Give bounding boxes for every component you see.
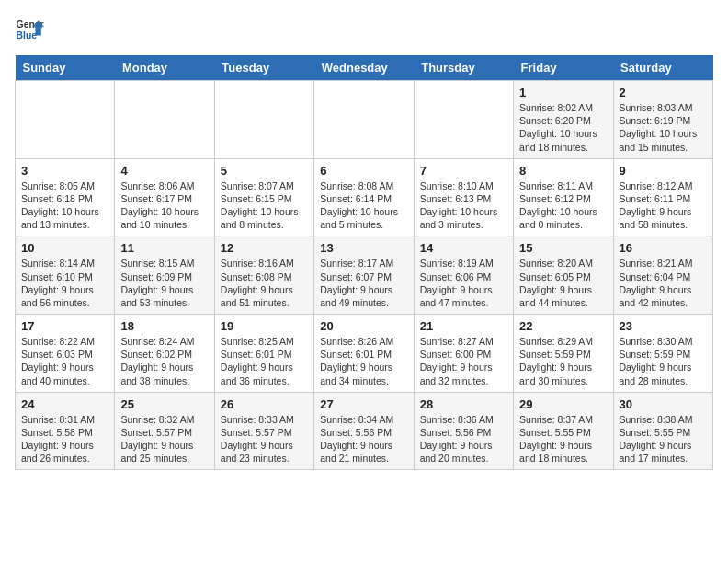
day-cell: 24Sunrise: 8:31 AMSunset: 5:58 PMDayligh…	[16, 392, 115, 470]
day-number: 10	[21, 241, 108, 255]
day-number: 2	[620, 86, 707, 99]
day-cell: 2Sunrise: 8:03 AMSunset: 6:19 PMDaylight…	[613, 81, 712, 159]
day-number: 23	[620, 319, 707, 333]
day-cell	[115, 81, 214, 159]
logo: General Blue	[15, 15, 48, 44]
day-cell: 4Sunrise: 8:06 AMSunset: 6:17 PMDaylight…	[115, 158, 214, 236]
day-cell: 27Sunrise: 8:34 AMSunset: 5:56 PMDayligh…	[314, 392, 414, 470]
day-cell: 6Sunrise: 8:08 AMSunset: 6:14 PMDaylight…	[314, 158, 414, 236]
day-number: 3	[21, 164, 108, 178]
day-number: 27	[320, 397, 407, 411]
day-info: Sunrise: 8:19 AMSunset: 6:06 PMDaylight:…	[420, 257, 507, 309]
day-number: 17	[21, 319, 108, 333]
day-cell: 12Sunrise: 8:16 AMSunset: 6:08 PMDayligh…	[214, 236, 313, 315]
day-info: Sunrise: 8:26 AMSunset: 6:01 PMDaylight:…	[320, 335, 407, 387]
col-header-monday: Monday	[115, 55, 214, 81]
day-info: Sunrise: 8:02 AMSunset: 6:20 PMDaylight:…	[519, 101, 607, 154]
day-info: Sunrise: 8:20 AMSunset: 6:05 PMDaylight:…	[519, 257, 607, 309]
day-number: 9	[620, 164, 707, 178]
day-cell: 14Sunrise: 8:19 AMSunset: 6:06 PMDayligh…	[414, 236, 513, 315]
day-info: Sunrise: 8:29 AMSunset: 5:59 PMDaylight:…	[519, 335, 607, 387]
calendar-header-row: SundayMondayTuesdayWednesdayThursdayFrid…	[16, 55, 713, 81]
day-info: Sunrise: 8:03 AMSunset: 6:19 PMDaylight:…	[620, 101, 707, 154]
page-header: General Blue	[15, 15, 713, 44]
col-header-saturday: Saturday	[613, 55, 712, 81]
day-cell: 9Sunrise: 8:12 AMSunset: 6:11 PMDaylight…	[613, 158, 712, 236]
day-info: Sunrise: 8:37 AMSunset: 5:55 PMDaylight:…	[519, 413, 607, 465]
logo-icon: General Blue	[15, 15, 44, 44]
day-cell: 1Sunrise: 8:02 AMSunset: 6:20 PMDaylight…	[514, 81, 613, 159]
day-number: 30	[620, 397, 707, 411]
day-cell: 15Sunrise: 8:20 AMSunset: 6:05 PMDayligh…	[514, 236, 613, 315]
calendar-table: SundayMondayTuesdayWednesdayThursdayFrid…	[15, 55, 713, 470]
col-header-thursday: Thursday	[414, 55, 513, 81]
day-number: 16	[620, 241, 707, 255]
week-row-3: 10Sunrise: 8:14 AMSunset: 6:10 PMDayligh…	[16, 236, 713, 315]
day-info: Sunrise: 8:22 AMSunset: 6:03 PMDaylight:…	[21, 335, 108, 387]
day-cell: 11Sunrise: 8:15 AMSunset: 6:09 PMDayligh…	[115, 236, 214, 315]
day-cell: 25Sunrise: 8:32 AMSunset: 5:57 PMDayligh…	[115, 392, 214, 470]
day-number: 29	[519, 397, 607, 411]
day-info: Sunrise: 8:21 AMSunset: 6:04 PMDaylight:…	[620, 257, 707, 309]
day-number: 11	[120, 241, 208, 255]
day-cell: 19Sunrise: 8:25 AMSunset: 6:01 PMDayligh…	[214, 315, 313, 393]
day-info: Sunrise: 8:36 AMSunset: 5:56 PMDaylight:…	[420, 413, 507, 465]
day-number: 19	[221, 319, 308, 333]
day-info: Sunrise: 8:34 AMSunset: 5:56 PMDaylight:…	[320, 413, 407, 465]
day-info: Sunrise: 8:17 AMSunset: 6:07 PMDaylight:…	[320, 257, 407, 309]
day-info: Sunrise: 8:27 AMSunset: 6:00 PMDaylight:…	[420, 335, 507, 387]
day-info: Sunrise: 8:30 AMSunset: 5:59 PMDaylight:…	[620, 335, 707, 387]
day-info: Sunrise: 8:08 AMSunset: 6:14 PMDaylight:…	[320, 179, 407, 232]
col-header-tuesday: Tuesday	[214, 55, 313, 81]
day-info: Sunrise: 8:38 AMSunset: 5:55 PMDaylight:…	[620, 413, 707, 465]
day-number: 28	[420, 397, 507, 411]
day-cell	[16, 81, 115, 159]
day-cell: 10Sunrise: 8:14 AMSunset: 6:10 PMDayligh…	[16, 236, 115, 315]
day-number: 21	[420, 319, 507, 333]
col-header-friday: Friday	[514, 55, 613, 81]
day-number: 26	[221, 397, 308, 411]
col-header-wednesday: Wednesday	[314, 55, 414, 81]
day-cell: 22Sunrise: 8:29 AMSunset: 5:59 PMDayligh…	[514, 315, 613, 393]
day-number: 7	[420, 164, 507, 178]
day-cell: 28Sunrise: 8:36 AMSunset: 5:56 PMDayligh…	[414, 392, 513, 470]
week-row-1: 1Sunrise: 8:02 AMSunset: 6:20 PMDaylight…	[16, 81, 713, 159]
day-cell: 29Sunrise: 8:37 AMSunset: 5:55 PMDayligh…	[514, 392, 613, 470]
day-cell	[214, 81, 313, 159]
day-number: 15	[519, 241, 607, 255]
day-info: Sunrise: 8:15 AMSunset: 6:09 PMDaylight:…	[120, 257, 208, 309]
day-number: 6	[320, 164, 407, 178]
day-number: 5	[221, 164, 308, 178]
day-number: 8	[519, 164, 607, 178]
day-cell: 21Sunrise: 8:27 AMSunset: 6:00 PMDayligh…	[414, 315, 513, 393]
day-number: 14	[420, 241, 507, 255]
day-info: Sunrise: 8:32 AMSunset: 5:57 PMDaylight:…	[120, 413, 208, 465]
day-cell: 17Sunrise: 8:22 AMSunset: 6:03 PMDayligh…	[16, 315, 115, 393]
day-info: Sunrise: 8:11 AMSunset: 6:12 PMDaylight:…	[519, 179, 607, 232]
week-row-2: 3Sunrise: 8:05 AMSunset: 6:18 PMDaylight…	[16, 158, 713, 236]
day-info: Sunrise: 8:10 AMSunset: 6:13 PMDaylight:…	[420, 179, 507, 232]
day-number: 24	[21, 397, 108, 411]
day-info: Sunrise: 8:16 AMSunset: 6:08 PMDaylight:…	[221, 257, 308, 309]
day-cell: 5Sunrise: 8:07 AMSunset: 6:15 PMDaylight…	[214, 158, 313, 236]
day-info: Sunrise: 8:33 AMSunset: 5:57 PMDaylight:…	[221, 413, 308, 465]
day-cell: 7Sunrise: 8:10 AMSunset: 6:13 PMDaylight…	[414, 158, 513, 236]
day-cell	[414, 81, 513, 159]
day-info: Sunrise: 8:06 AMSunset: 6:17 PMDaylight:…	[120, 179, 208, 232]
day-number: 18	[120, 319, 208, 333]
week-row-5: 24Sunrise: 8:31 AMSunset: 5:58 PMDayligh…	[16, 392, 713, 470]
week-row-4: 17Sunrise: 8:22 AMSunset: 6:03 PMDayligh…	[16, 315, 713, 393]
day-number: 1	[519, 86, 607, 99]
day-number: 20	[320, 319, 407, 333]
day-cell: 16Sunrise: 8:21 AMSunset: 6:04 PMDayligh…	[613, 236, 712, 315]
day-cell	[314, 81, 414, 159]
svg-text:Blue: Blue	[17, 30, 38, 40]
day-number: 22	[519, 319, 607, 333]
day-cell: 26Sunrise: 8:33 AMSunset: 5:57 PMDayligh…	[214, 392, 313, 470]
day-info: Sunrise: 8:14 AMSunset: 6:10 PMDaylight:…	[21, 257, 108, 309]
day-cell: 30Sunrise: 8:38 AMSunset: 5:55 PMDayligh…	[613, 392, 712, 470]
day-number: 4	[120, 164, 208, 178]
day-number: 12	[221, 241, 308, 255]
day-info: Sunrise: 8:25 AMSunset: 6:01 PMDaylight:…	[221, 335, 308, 387]
day-cell: 13Sunrise: 8:17 AMSunset: 6:07 PMDayligh…	[314, 236, 414, 315]
